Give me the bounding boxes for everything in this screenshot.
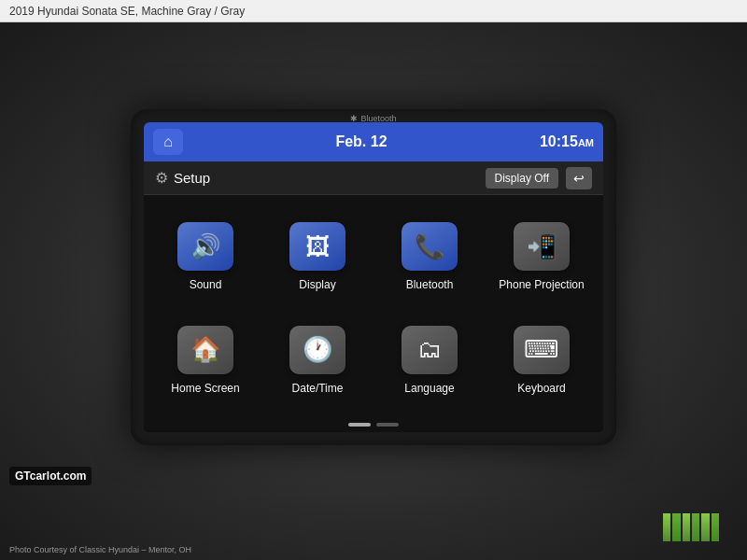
icon-label-6: Language bbox=[404, 382, 454, 395]
icon-box-5: 🕐 bbox=[289, 326, 345, 374]
header-date: Feb. 12 bbox=[183, 133, 540, 150]
car-title: 2019 Hyundai Sonata SE, Machine Gray / G… bbox=[9, 5, 245, 18]
car-interior-bg: ✱ Bluetooth ⌂ Feb. 12 10:15AM ⚙ Setup bbox=[0, 22, 747, 560]
icon-box-3: 📲 bbox=[514, 222, 570, 271]
icon-item-display[interactable]: 🖼Display bbox=[265, 209, 370, 305]
icon-box-7: ⌨ bbox=[514, 326, 570, 374]
icon-label-2: Bluetooth bbox=[406, 278, 454, 291]
icon-box-1: 🖼 bbox=[289, 222, 345, 271]
icon-item-bluetooth[interactable]: 📞Bluetooth bbox=[377, 209, 482, 305]
setup-right-controls: Display Off ↩ bbox=[486, 167, 592, 189]
icons-grid: 🔊Sound🖼Display📞Bluetooth📲Phone Projectio… bbox=[144, 195, 603, 417]
icon-box-0: 🔊 bbox=[177, 222, 233, 271]
icon-label-4: Home Screen bbox=[171, 382, 239, 395]
page-dot-1 bbox=[348, 423, 371, 427]
icon-item-phone-projection[interactable]: 📲Phone Projection bbox=[489, 209, 594, 305]
setup-bar: ⚙ Setup Display Off ↩ bbox=[144, 161, 603, 195]
page-dot-2 bbox=[376, 423, 399, 427]
display-off-button[interactable]: Display Off bbox=[486, 168, 558, 189]
setup-label: Setup bbox=[174, 170, 210, 186]
watermark: GTcarlot.com bbox=[9, 467, 92, 485]
icon-box-6: 🗂 bbox=[402, 326, 458, 374]
grass-decoration bbox=[663, 513, 719, 541]
car-info-bar: 2019 Hyundai Sonata SE, Machine Gray / G… bbox=[0, 0, 747, 22]
icon-item-date/time[interactable]: 🕐Date/Time bbox=[265, 313, 370, 409]
icon-label-0: Sound bbox=[190, 278, 222, 291]
icon-box-4: 🏠 bbox=[177, 326, 233, 374]
home-icon: ⌂ bbox=[163, 133, 173, 150]
screen-bezel: ✱ Bluetooth ⌂ Feb. 12 10:15AM ⚙ Setup bbox=[131, 109, 616, 445]
icon-label-3: Phone Projection bbox=[499, 278, 584, 291]
page-indicators bbox=[144, 417, 603, 432]
header-time: 10:15AM bbox=[540, 133, 594, 150]
icon-label-7: Keyboard bbox=[517, 382, 565, 395]
icon-item-sound[interactable]: 🔊Sound bbox=[153, 209, 258, 305]
home-button[interactable]: ⌂ bbox=[153, 129, 183, 155]
bluetooth-bezel-icon: ✱ bbox=[350, 114, 358, 123]
icon-label-1: Display bbox=[299, 278, 335, 291]
gear-icon: ⚙ bbox=[155, 169, 168, 187]
icon-item-home-screen[interactable]: 🏠Home Screen bbox=[153, 313, 258, 409]
icon-item-keyboard[interactable]: ⌨Keyboard bbox=[489, 313, 594, 409]
setup-label-group: ⚙ Setup bbox=[155, 169, 210, 187]
back-button[interactable]: ↩ bbox=[566, 167, 592, 189]
infotainment-screen: ⌂ Feb. 12 10:15AM ⚙ Setup Display Off ↩ bbox=[144, 122, 603, 432]
icon-item-language[interactable]: 🗂Language bbox=[377, 313, 482, 409]
icon-label-5: Date/Time bbox=[292, 382, 344, 395]
photo-credit: Photo Courtesy of Classic Hyundai – Ment… bbox=[9, 545, 191, 554]
screen-header: ⌂ Feb. 12 10:15AM bbox=[144, 122, 603, 161]
icon-box-2: 📞 bbox=[402, 222, 458, 271]
bezel-bluetooth-label: ✱ Bluetooth bbox=[350, 114, 396, 123]
